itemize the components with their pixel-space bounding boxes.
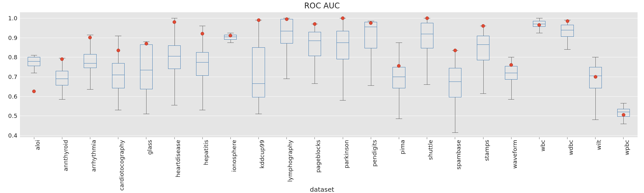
whisker-cap [171, 18, 178, 18]
median-line [365, 27, 377, 27]
marker-dot [425, 16, 429, 20]
box [28, 57, 40, 66]
marker-dot [622, 113, 625, 117]
whisker-cap [87, 89, 93, 90]
whisker [34, 66, 34, 73]
gridline [20, 116, 638, 116]
marker-dot [32, 90, 36, 93]
xtick [34, 137, 34, 139]
marker-dot [313, 22, 317, 26]
box [449, 68, 461, 97]
whisker [483, 60, 484, 93]
median-line [617, 112, 630, 112]
whisker-cap [396, 43, 402, 43]
median-line [84, 63, 96, 63]
xtick [343, 137, 343, 139]
whisker-cap [452, 132, 459, 133]
marker-dot [594, 75, 597, 79]
marker-dot [481, 24, 485, 28]
xtick [202, 137, 203, 139]
box [308, 32, 321, 56]
ytick-label: 0.4 [8, 132, 17, 139]
median-line [168, 56, 181, 56]
whisker-cap [508, 57, 515, 57]
box [56, 71, 68, 85]
gridline [20, 38, 638, 38]
whisker-cap [283, 79, 290, 79]
xtick [623, 137, 624, 139]
median-line [196, 62, 209, 63]
median-line [280, 31, 293, 31]
box [140, 44, 153, 89]
xtick [455, 137, 455, 139]
marker-dot [201, 32, 204, 35]
box [112, 63, 125, 89]
whisker [259, 20, 259, 47]
median-line [140, 70, 153, 70]
whisker [203, 76, 203, 110]
whisker [455, 50, 455, 68]
xtick [567, 137, 568, 139]
whisker-cap [592, 120, 599, 120]
whisker-cap [564, 49, 571, 50]
median-line [336, 43, 349, 43]
median-line [393, 77, 405, 77]
whisker [203, 26, 203, 52]
whisker-cap [115, 110, 121, 110]
whisker [539, 18, 540, 21]
whisker-cap [312, 83, 318, 84]
xtick [90, 137, 90, 139]
whisker [315, 56, 315, 83]
whisker-cap [87, 35, 93, 35]
box [84, 54, 96, 68]
marker-dot [173, 20, 176, 24]
whisker-cap [620, 103, 627, 103]
xtick [371, 137, 371, 139]
whisker-cap [592, 57, 599, 57]
xtick [399, 137, 399, 139]
whisker [539, 27, 540, 33]
median-line [505, 73, 517, 73]
x-axis-label: dataset [0, 186, 644, 192]
whisker [287, 43, 287, 79]
whisker-cap [199, 110, 206, 110]
xtick [259, 137, 259, 139]
box [336, 31, 349, 59]
whisker [399, 88, 399, 119]
whisker [175, 69, 175, 105]
marker-dot [257, 18, 260, 22]
whisker [231, 40, 231, 43]
whisker-cap [340, 100, 346, 101]
xtick [62, 137, 62, 139]
whisker-cap [620, 124, 627, 124]
median-line [308, 41, 321, 41]
xtick [118, 137, 118, 139]
xtick [483, 137, 483, 139]
xtick [511, 137, 511, 139]
ytick-label: 0.5 [8, 112, 17, 119]
median-line [28, 61, 40, 62]
marker-dot [453, 49, 457, 52]
ytick-label: 0.7 [8, 73, 17, 80]
box [196, 52, 209, 76]
median-line [449, 82, 461, 82]
whisker [623, 117, 624, 123]
whisker-cap [171, 105, 178, 105]
ytick-label: 1.0 [8, 15, 17, 22]
marker-dot [566, 19, 569, 23]
ytick-label: 0.9 [8, 34, 17, 41]
whisker-cap [115, 36, 121, 36]
whisker-cap [368, 85, 374, 86]
whisker [595, 57, 596, 67]
marker-dot [285, 17, 289, 21]
whisker-cap [227, 43, 234, 43]
box [280, 19, 293, 43]
median-line [112, 75, 125, 75]
whisker-cap [31, 55, 37, 55]
xtick [287, 137, 287, 139]
gridline [20, 18, 638, 18]
xtick [427, 137, 427, 139]
whisker-cap [536, 18, 543, 18]
marker-dot [145, 42, 148, 45]
gridline [20, 135, 638, 136]
